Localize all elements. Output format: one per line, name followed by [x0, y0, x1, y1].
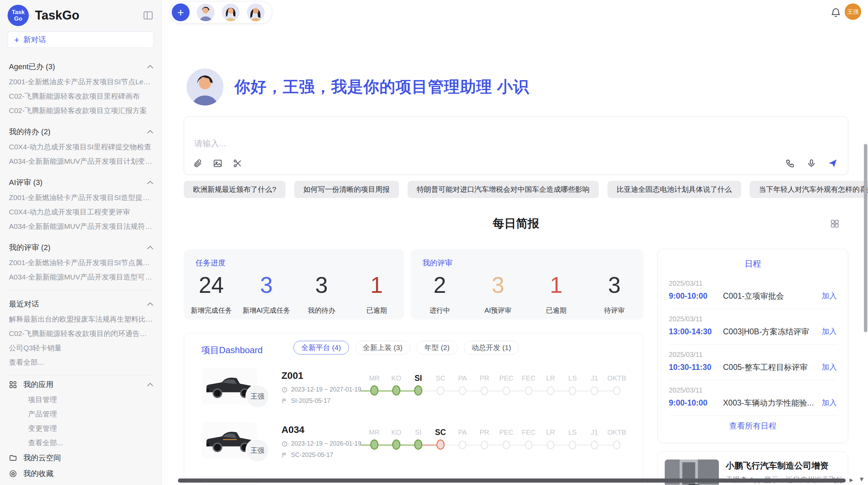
- new-chat-button[interactable]: + 新对话: [8, 32, 154, 48]
- scroll-right-arrow[interactable]: ▸: [849, 475, 853, 484]
- project-flag: SC-2025-05-17: [281, 451, 333, 459]
- section-my-review[interactable]: 我的评审 (2): [9, 240, 153, 256]
- stat-pending-review: 3 待评审: [585, 274, 643, 315]
- filter-chip[interactable]: 全新平台 (4): [293, 341, 349, 355]
- avatar[interactable]: [222, 3, 240, 21]
- suggestion-chip[interactable]: 比亚迪全固态电池计划具体说了什么: [607, 181, 741, 198]
- filter-chip[interactable]: 年型 (2): [417, 341, 458, 355]
- vertical-scrollbar[interactable]: [864, 144, 867, 332]
- owner-badge: 王强: [245, 438, 269, 462]
- project-dates: 2023-12-19 ~ 2027-01-19: [281, 386, 361, 393]
- briefing-title: 每日简报: [493, 217, 539, 230]
- stat-new-ai-done: 3 新增AI完成任务: [239, 274, 294, 315]
- scroll-down-arrow[interactable]: ▾: [860, 475, 864, 484]
- section-recent-chats[interactable]: 最近对话: [9, 296, 153, 312]
- greeting-text: 你好，王强，我是你的项目管理助理 小识: [234, 76, 529, 98]
- news-title: 小鹏飞行汽车制造公司增资: [726, 460, 829, 471]
- notification-bell-icon[interactable]: [830, 7, 842, 18]
- project-row[interactable]: 王强 A034 2023-12-19 ~ 2026-01-19 SC-2025-…: [184, 417, 643, 471]
- suggestion-chip[interactable]: 如何写一份清晰的项目周报: [294, 181, 399, 198]
- new-chat-label: 新对话: [23, 35, 46, 45]
- list-item[interactable]: Z001-全新燃油轻卡产品开发项目SI造型提交物评审: [9, 190, 153, 205]
- list-item[interactable]: A034-全新新能源MUV产品开发项目计划变更表编写: [9, 154, 153, 169]
- list-item[interactable]: Z001-全新燃油皮卡产品开发项目SI节点Lesson Learn报告: [9, 75, 153, 89]
- list-item[interactable]: C0X4-动力总成开发项目SI里程碑提交物检查: [9, 140, 153, 154]
- image-icon[interactable]: [212, 157, 224, 170]
- event-row: 2025/03/11 10:30-11:30 C005-整车工程目标评审 加入: [669, 345, 837, 380]
- list-item[interactable]: Z001-全新燃油轻卡产品开发项目SI节点属性5D文件评审: [9, 256, 153, 270]
- chevron-up-icon: [147, 181, 153, 184]
- paperclip-icon[interactable]: [192, 157, 204, 170]
- stat-new-done: 24 新增完成任务: [184, 274, 239, 315]
- join-link[interactable]: 加入: [822, 362, 837, 372]
- list-item[interactable]: 解释最新出台的欧盟报废车法规再生塑料比例被调至15%...: [9, 312, 153, 326]
- collapse-sidebar-icon[interactable]: [142, 9, 155, 22]
- scissors-icon[interactable]: [231, 157, 244, 170]
- star-badge-icon: [9, 470, 17, 478]
- user-avatar[interactable]: 王强: [845, 3, 861, 20]
- join-link[interactable]: 加入: [822, 326, 837, 337]
- join-link[interactable]: 加入: [822, 291, 837, 301]
- clock-icon: [281, 387, 288, 393]
- event-name: C005-整车工程目标评审: [723, 362, 817, 373]
- clock-icon: [281, 441, 288, 447]
- list-item[interactable]: 公司Q3轻卡销量: [9, 341, 153, 355]
- stat-in-progress: 2 进行中: [411, 274, 469, 315]
- list-item[interactable]: C02-飞腾新能源轻客改款项目立项汇报方案: [9, 103, 153, 118]
- view-all-apps[interactable]: 查看全部...: [9, 436, 153, 450]
- suggestion-chip[interactable]: 特朗普可能对进口汽车增税会对中国车企造成哪些影响: [408, 181, 599, 198]
- view-all-schedule[interactable]: 查看所有日程: [658, 421, 848, 431]
- view-all-recent[interactable]: 查看全部...: [9, 355, 153, 370]
- team-bar: +: [169, 1, 272, 23]
- section-my-todo[interactable]: 我的待办 (2): [9, 124, 153, 140]
- chat-input-box[interactable]: 请输入...: [184, 116, 848, 175]
- filter-chip[interactable]: 动总开发 (1): [464, 341, 519, 355]
- stat-overdue: 1 已逾期: [349, 274, 404, 315]
- list-item[interactable]: A034-全新新能源MUV产品开发项目法规符合性评审: [9, 219, 153, 234]
- sidebar-item-project-mgmt[interactable]: 项目管理: [9, 393, 153, 407]
- filter-chip[interactable]: 全新上装 (3): [355, 341, 411, 355]
- event-time: 9:00-10:00: [669, 291, 723, 301]
- mic-icon[interactable]: [805, 157, 818, 170]
- list-item[interactable]: A034-全新新能源MUV产品开发项目造型可行性评审: [9, 270, 153, 284]
- task-progress-card: 任务进度 24 新增完成任务 3 新增AI完成任务 3 我的待办 1 已逾期: [184, 249, 404, 320]
- sidebar-item-favorites[interactable]: 我的收藏: [9, 466, 153, 482]
- sidebar-item-change-mgmt[interactable]: 变更管理: [9, 421, 153, 436]
- section-agent-done[interactable]: Agent已办 (3): [9, 59, 153, 75]
- suggestion-chip[interactable]: 当下年轻人对汽车外观有怎样的喜好趋势: [750, 181, 868, 198]
- sidebar-header: Task Go TaskGo: [0, 0, 161, 29]
- send-icon[interactable]: [827, 157, 839, 170]
- avatar[interactable]: [247, 3, 265, 21]
- app-logo: Task Go: [8, 5, 29, 26]
- suggestion-chip[interactable]: 欧洲新规最近颁布了什么?: [184, 181, 286, 198]
- sidebar-item-my-apps[interactable]: 我的应用: [9, 377, 153, 393]
- section-ai-review[interactable]: AI评审 (3): [9, 175, 153, 190]
- event-name: C003|H0B-方案冻结评审: [723, 326, 817, 337]
- join-link[interactable]: 加入: [822, 398, 837, 408]
- event-time: 13:00-14:30: [669, 327, 723, 336]
- logo-line-2: Go: [14, 15, 22, 22]
- list-item[interactable]: C0X4-动力总成开发项目工程变更评审: [9, 205, 153, 219]
- horizontal-scrollbar[interactable]: [178, 478, 846, 483]
- layout-grid-icon[interactable]: [830, 219, 841, 229]
- project-code: Z001: [281, 370, 303, 381]
- logo-line-1: Task: [12, 9, 25, 15]
- milestone: OKTB: [603, 374, 630, 382]
- event-row: 2025/03/11 9:00-10:00 X003-车辆动力学性能验... 加…: [669, 380, 837, 416]
- event-list: 2025/03/11 9:00-10:00 C001-立项审批会 加入 2025…: [669, 273, 837, 416]
- list-item[interactable]: C02-飞腾新能源轻客改款项目里程碑画布: [9, 89, 153, 103]
- sidebar-item-cloud-space[interactable]: 我的云空间: [9, 450, 153, 466]
- project-row[interactable]: [184, 471, 643, 485]
- avatar[interactable]: [197, 3, 215, 21]
- main-area: + 王强: [162, 0, 868, 485]
- list-item[interactable]: C02-飞腾新能源轻客改款项目的闭环通告反馈情况: [9, 326, 153, 341]
- project-row[interactable]: 王强 Z001 2023-12-19 ~ 2027-01-19 SI-2025-…: [184, 363, 643, 417]
- stat-ai-prereview: 3 AI预评审: [469, 274, 527, 315]
- add-member-button[interactable]: +: [172, 3, 190, 21]
- chevron-up-icon: [147, 302, 153, 306]
- phone-icon[interactable]: [784, 157, 796, 170]
- my-review-card: 我的评审 2 进行中 3 AI预评审 1 已逾期 3 待评审: [411, 249, 643, 320]
- event-name: C001-立项审批会: [723, 291, 817, 301]
- sidebar-item-product-mgmt[interactable]: 产品管理: [9, 407, 153, 421]
- stat-my-todo: 3 我的待办: [294, 274, 349, 315]
